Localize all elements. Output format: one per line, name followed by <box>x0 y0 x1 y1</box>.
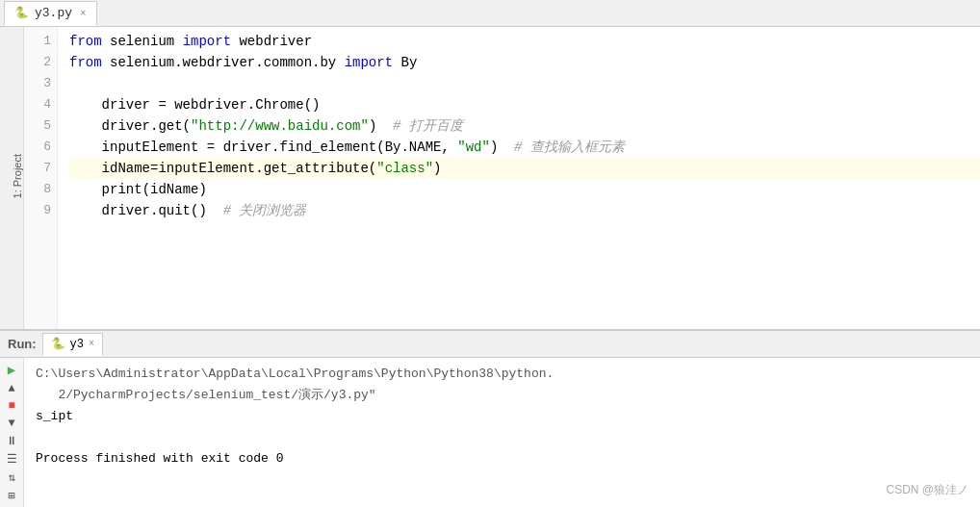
output-path-line-1: C:\Users\Administrator\AppData\Local\Pro… <box>36 364 968 385</box>
run-up-button[interactable]: ▲ <box>2 382 21 395</box>
code-line-2: from selenium.webdriver.common.by import… <box>69 52 980 73</box>
csdn-watermark: CSDN @狼洼ノ <box>886 480 968 499</box>
run-sort-button[interactable]: ⇅ <box>2 470 21 485</box>
line-num-2: 2 <box>24 52 51 73</box>
keyword-from-1: from <box>69 31 102 52</box>
run-output: C:\Users\Administrator\AppData\Local\Pro… <box>24 358 980 507</box>
run-label: Run: <box>8 337 37 351</box>
line-num-4: 4 <box>24 94 51 115</box>
line-num-6: 6 <box>24 137 51 158</box>
sidebar-label: 1: Project <box>12 154 23 206</box>
output-result-line: s_ipt <box>36 406 968 427</box>
keyword-from-2: from <box>69 52 102 73</box>
editor-area: 1: Project 1 2 3 4 5 6 7 8 9 from seleni… <box>0 27 980 329</box>
line-num-5: 5 <box>24 115 51 137</box>
code-line-4: driver = webdriver.Chrome() <box>69 94 980 115</box>
tab-close-button[interactable]: × <box>80 8 87 19</box>
line-num-1: 1 <box>24 31 51 52</box>
code-line-9: driver.quit() # 关闭浏览器 <box>69 200 980 221</box>
tab-filename: y3.py <box>35 6 72 20</box>
code-line-8: print (idName) <box>69 179 980 200</box>
line-num-9: 9 <box>24 200 51 221</box>
run-stop-button[interactable]: ■ <box>2 399 21 413</box>
project-sidebar-indicator[interactable]: 1: Project <box>0 27 24 329</box>
run-group-button[interactable]: ⊞ <box>2 489 21 503</box>
line-numbers: 1 2 3 4 5 6 7 8 9 <box>24 27 58 329</box>
run-pause-button[interactable]: ⏸ <box>2 434 21 448</box>
run-list-button[interactable]: ☰ <box>2 452 21 467</box>
run-tab[interactable]: 🐍 y3 × <box>42 333 103 356</box>
run-tab-close[interactable]: × <box>89 339 94 349</box>
keyword-import-1: import <box>183 31 231 52</box>
run-tab-bar: Run: 🐍 y3 × <box>0 331 980 358</box>
code-line-5: driver.get( "http://www.baidu.com" ) # 打… <box>69 115 980 137</box>
run-tab-name: y3 <box>70 338 84 351</box>
run-play-button[interactable]: ▶ <box>2 362 21 378</box>
output-empty-line <box>36 427 968 448</box>
output-path-line-2: 2/PycharmProjects/selenium_test/演示/y3.py… <box>36 385 968 406</box>
tab-bar: 🐍 y3.py × <box>0 0 980 27</box>
editor-tab[interactable]: 🐍 y3.py × <box>4 1 97 26</box>
code-line-6: inputElement = driver.find_element(By.NA… <box>69 137 980 158</box>
line-num-8: 8 <box>24 179 51 200</box>
run-down-button[interactable]: ▼ <box>2 417 21 430</box>
run-tab-icon: 🐍 <box>51 337 65 351</box>
line-num-3: 3 <box>24 73 51 94</box>
line-num-7: 7 <box>24 158 51 179</box>
code-line-7: idName=inputElement.get_attribute( "clas… <box>69 158 980 179</box>
code-editor[interactable]: from selenium import webdriver from sele… <box>58 27 980 329</box>
run-body: ▶ ▲ ■ ▼ ⏸ ☰ ⇅ ⊞ 📌 C:\Users\Administrator… <box>0 358 980 507</box>
run-panel: Run: 🐍 y3 × ▶ ▲ ■ ▼ ⏸ ☰ ⇅ ⊞ 📌 C:\Users\A… <box>0 329 980 507</box>
code-line-3 <box>69 73 980 94</box>
output-process-line: Process finished with exit code 0 <box>36 448 968 469</box>
code-line-1: from selenium import webdriver <box>69 31 980 52</box>
python-file-icon: 🐍 <box>14 6 29 20</box>
keyword-import-2: import <box>345 52 393 73</box>
run-toolbar: ▶ ▲ ■ ▼ ⏸ ☰ ⇅ ⊞ 📌 <box>0 358 24 507</box>
